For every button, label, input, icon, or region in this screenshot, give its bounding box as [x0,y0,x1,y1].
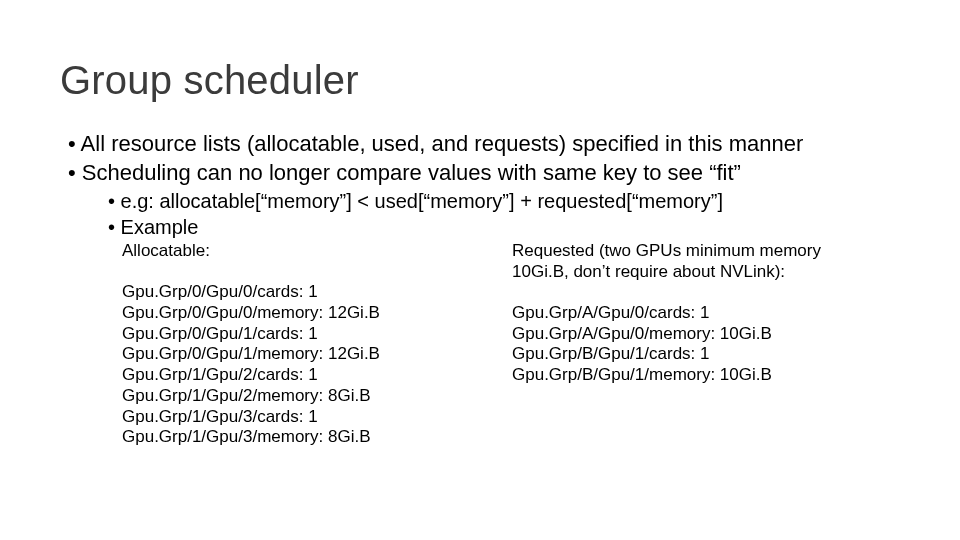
list-item: Gpu.Grp/B/Gpu/1/memory: 10Gi.B [512,365,882,386]
bullet-lvl2: e.g: allocatable[“memory”] < used[“memor… [100,189,900,213]
list-item: Gpu.Grp/1/Gpu/3/cards: 1 [122,407,492,428]
bullet-lvl1: All resource lists (allocatable, used, a… [60,131,900,158]
slide-title: Group scheduler [60,58,900,103]
list-item: Gpu.Grp/A/Gpu/0/memory: 10Gi.B [512,324,882,345]
list-item: Gpu.Grp/1/Gpu/3/memory: 8Gi.B [122,427,492,448]
allocatable-heading: Allocatable: [122,241,492,262]
bullet-lvl1: Scheduling can no longer compare values … [60,160,900,187]
slide-body: All resource lists (allocatable, used, a… [60,131,900,448]
requested-heading: Requested (two GPUs minimum memory 10Gi.… [512,241,882,282]
list-item: Gpu.Grp/A/Gpu/0/cards: 1 [512,303,882,324]
requested-list: Gpu.Grp/A/Gpu/0/cards: 1 Gpu.Grp/A/Gpu/0… [512,303,882,386]
slide: Group scheduler All resource lists (allo… [0,0,960,540]
list-item: Gpu.Grp/0/Gpu/1/memory: 12Gi.B [122,344,492,365]
list-item: Gpu.Grp/0/Gpu/0/memory: 12Gi.B [122,303,492,324]
allocatable-list: Gpu.Grp/0/Gpu/0/cards: 1 Gpu.Grp/0/Gpu/0… [122,282,492,448]
bullet-lvl2: Example [100,215,900,239]
allocatable-column: Allocatable: Gpu.Grp/0/Gpu/0/cards: 1 Gp… [122,241,492,448]
list-item: Gpu.Grp/1/Gpu/2/cards: 1 [122,365,492,386]
requested-column: Requested (two GPUs minimum memory 10Gi.… [512,241,882,448]
list-item: Gpu.Grp/0/Gpu/0/cards: 1 [122,282,492,303]
example-columns: Allocatable: Gpu.Grp/0/Gpu/0/cards: 1 Gp… [122,241,900,448]
list-item: Gpu.Grp/0/Gpu/1/cards: 1 [122,324,492,345]
list-item: Gpu.Grp/B/Gpu/1/cards: 1 [512,344,882,365]
list-item: Gpu.Grp/1/Gpu/2/memory: 8Gi.B [122,386,492,407]
